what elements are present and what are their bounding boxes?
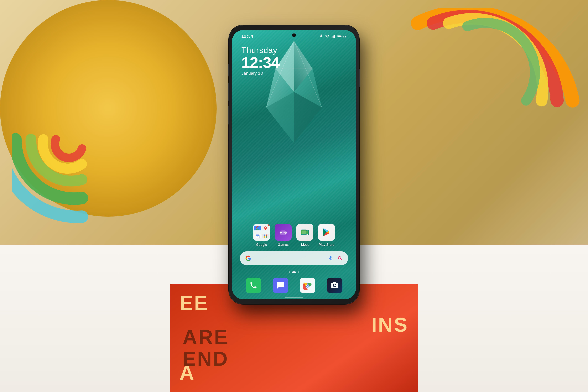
page-dot-2[interactable] [292,272,296,273]
battery-percent: 97 [342,34,347,38]
playstore-icon[interactable] [318,224,335,241]
page-dot-3[interactable] [298,272,299,273]
meet-svg [299,227,310,238]
games-app[interactable]: Games [275,224,292,247]
clock-date: January 18 [241,71,279,76]
svg-text:1: 1 [257,236,258,238]
camera-dock-app[interactable] [327,278,342,293]
playstore-svg [321,227,332,238]
svg-rect-20 [264,236,265,238]
alert-slider[interactable] [228,64,229,76]
book-text-1: EE [179,293,209,313]
clock-day: Thursday [241,46,279,55]
svg-point-28 [285,233,286,234]
google-logo [244,254,252,262]
app-grid: 1 Google [232,224,356,247]
phone: 12:34 [229,26,359,304]
search-bar[interactable] [240,251,348,265]
bottom-dock [240,276,348,295]
camera-notch [292,34,296,37]
chrome-dock-app[interactable] [300,278,315,293]
notification-dot [267,224,270,226]
phone-dock-app[interactable] [246,278,261,293]
svg-rect-8 [332,37,332,38]
games-icon[interactable] [275,224,292,241]
google-app[interactable]: 1 Google [253,224,270,247]
svg-point-41 [307,284,309,286]
book-text-5: A [179,362,195,383]
google-label: Google [256,243,267,247]
clock-time: 12:34 [241,55,279,70]
chrome-icon [303,281,312,290]
playstore-app[interactable]: Play Store [318,224,335,247]
svg-rect-18 [264,234,265,236]
clock-widget: Thursday 12:34 January 18 [241,46,279,76]
svg-rect-24 [280,232,282,233]
svg-rect-34 [302,231,306,234]
phone-body: 12:34 [229,26,359,304]
svg-rect-21 [266,236,267,238]
wifi-icon [325,34,329,38]
page-dots [232,272,356,273]
svg-rect-11 [334,35,335,38]
volume-up-button[interactable] [228,83,229,101]
book-text-3: ARE [183,327,229,347]
svg-rect-9 [333,36,333,38]
meet-app[interactable]: Meet [296,224,313,247]
playstore-label: Play Store [319,243,334,247]
power-button[interactable] [359,69,360,87]
svg-point-25 [285,232,286,232]
meet-label: Meet [301,243,309,247]
status-icons: 97 [319,34,347,38]
messages-icon [277,281,285,290]
svg-rect-10 [333,36,334,38]
svg-rect-19 [266,234,267,236]
page-dot-1[interactable] [289,272,290,273]
svg-rect-14 [338,36,341,37]
phone-icon [249,281,257,290]
bluetooth-icon [319,34,323,38]
left-arcs [12,46,152,232]
voice-search-button[interactable] [327,255,334,262]
google-folder-icon[interactable]: 1 [253,224,270,241]
signal-icon [331,34,336,38]
svg-point-27 [283,232,285,233]
camera-icon [331,281,339,290]
book-text-2: ins [371,314,409,335]
volume-down-button[interactable] [228,106,229,124]
svg-rect-13 [341,36,342,37]
right-arcs [402,8,588,178]
home-indicator[interactable] [285,297,303,298]
meet-icon[interactable] [296,224,313,241]
games-label: Games [278,243,289,247]
lens-search-button[interactable] [337,255,344,262]
svg-point-26 [286,232,287,233]
battery-icon: 97 [337,34,347,38]
phone-screen: 12:34 [232,30,356,299]
games-svg [278,227,289,238]
status-time: 12:34 [241,34,253,39]
messages-dock-app[interactable] [273,278,288,293]
